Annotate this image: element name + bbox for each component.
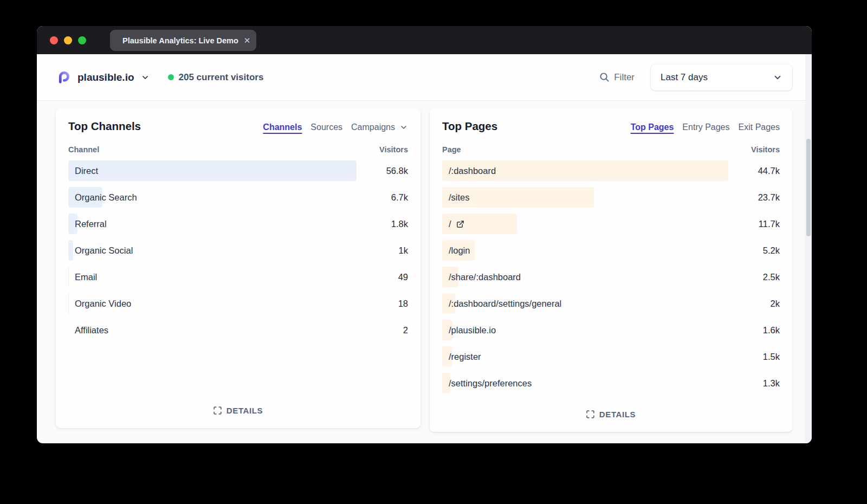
row-visitors: 1.5k: [763, 352, 780, 362]
column-header-channel: Channel: [68, 145, 99, 154]
table-row[interactable]: /register 1.5k: [442, 346, 780, 367]
row-label: /share/:dashboard: [449, 272, 521, 282]
chevron-down-icon: [141, 73, 150, 82]
details-button[interactable]: DETAILS: [586, 410, 636, 419]
row-visitors: 1.8k: [391, 219, 408, 229]
table-row[interactable]: /sites 23.7k: [442, 187, 780, 208]
table-row[interactable]: Affiliates 2: [68, 320, 408, 340]
details-label: DETAILS: [227, 406, 263, 415]
tab-sources[interactable]: Sources: [310, 122, 342, 132]
panel-title: Top Pages: [442, 120, 497, 133]
minimize-window-button[interactable]: [64, 36, 72, 44]
row-visitors: 49: [398, 272, 408, 282]
scrollbar-track[interactable]: [805, 54, 812, 443]
row-visitors: 11.7k: [759, 219, 780, 229]
row-bar: [68, 160, 357, 181]
tab-top-pages[interactable]: Top Pages: [631, 122, 674, 132]
channels-list: Direct 56.8k Organic Search 6.7k: [68, 160, 408, 346]
tab-channels[interactable]: Channels: [263, 122, 302, 132]
row-visitors: 1k: [399, 245, 408, 256]
table-row[interactable]: /login 5.2k: [442, 240, 780, 261]
column-header-page: Page: [442, 145, 461, 154]
live-dot-icon: [168, 74, 174, 80]
details-label: DETAILS: [599, 410, 636, 419]
table-row[interactable]: Referral 1.8k: [68, 214, 408, 234]
close-window-button[interactable]: [50, 36, 58, 44]
window-controls: [50, 36, 86, 44]
row-label: /login: [449, 245, 470, 256]
row-label: /:dashboard: [449, 166, 496, 176]
column-headers: Channel Visitors: [68, 145, 408, 154]
row-visitors: 18: [398, 299, 408, 309]
table-row[interactable]: /:dashboard 44.7k: [442, 160, 780, 181]
column-headers: Page Visitors: [442, 145, 780, 154]
table-row[interactable]: /:dashboard/settings/general 2k: [442, 293, 780, 314]
table-row[interactable]: /plausible.io 1.6k: [442, 320, 780, 340]
tab-exit-pages[interactable]: Exit Pages: [739, 122, 780, 132]
row-visitors: 2k: [771, 299, 780, 309]
row-label: /settings/preferences: [449, 378, 532, 389]
row-label: Organic Social: [75, 245, 133, 256]
table-row[interactable]: /settings/preferences 1.3k: [442, 373, 780, 393]
row-visitors: 56.8k: [386, 166, 408, 176]
pages-tabs: Top Pages Entry Pages Exit Pages: [631, 122, 780, 132]
row-label: Referral: [75, 219, 107, 229]
row-label: Organic Search: [75, 192, 137, 203]
site-switcher[interactable]: plausible.io: [56, 70, 150, 85]
expand-icon: [586, 410, 594, 418]
row-visitors: 1.3k: [763, 378, 780, 389]
browser-window: Plausible Analytics: Live Demo ✕ plausib…: [37, 26, 812, 443]
row-visitors: 2: [403, 325, 408, 335]
row-label: Organic Video: [75, 299, 131, 309]
current-visitors[interactable]: 205 current visitors: [168, 72, 264, 83]
row-label: Email: [75, 272, 97, 282]
row-label: /sites: [449, 192, 470, 203]
column-header-visitors: Visitors: [379, 145, 408, 154]
row-label: /register: [449, 352, 481, 362]
filter-label: Filter: [614, 72, 635, 83]
table-row[interactable]: /share/:dashboard 2.5k: [442, 267, 780, 287]
row-label: /plausible.io: [449, 325, 496, 335]
table-row[interactable]: Direct 56.8k: [68, 160, 408, 181]
date-range-value: Last 7 days: [661, 72, 708, 83]
table-row[interactable]: Email 49: [68, 267, 408, 287]
tab-campaigns[interactable]: Campaigns: [351, 122, 395, 132]
filter-button[interactable]: Filter: [599, 72, 635, 83]
scrollbar-thumb[interactable]: [806, 139, 811, 236]
row-visitors: 23.7k: [758, 192, 780, 203]
browser-chrome: Plausible Analytics: Live Demo ✕: [37, 26, 812, 54]
panel-title: Top Channels: [68, 120, 141, 133]
chevron-down-icon: [773, 73, 782, 82]
browser-tab[interactable]: Plausible Analytics: Live Demo ✕: [110, 30, 256, 51]
row-label: /: [449, 219, 451, 229]
table-row[interactable]: / 11.7k: [442, 214, 780, 234]
external-link-icon[interactable]: [456, 220, 464, 228]
details-button[interactable]: DETAILS: [213, 406, 263, 415]
row-visitors: 6.7k: [391, 192, 408, 203]
search-icon: [599, 72, 610, 82]
pages-list: /:dashboard 44.7k /sites: [442, 160, 780, 399]
expand-icon: [213, 406, 222, 415]
dashboard-header: plausible.io 205 current visitors Filter…: [37, 54, 812, 101]
tab-title: Plausible Analytics: Live Demo: [122, 36, 238, 45]
close-tab-icon[interactable]: ✕: [244, 36, 251, 44]
site-name: plausible.io: [77, 72, 134, 83]
table-row[interactable]: Organic Social 1k: [68, 240, 408, 261]
tab-entry-pages[interactable]: Entry Pages: [682, 122, 729, 132]
plausible-logo-icon: [56, 70, 71, 85]
top-channels-panel: Top Channels Channels Sources Campaigns …: [56, 108, 420, 428]
table-row[interactable]: Organic Search 6.7k: [68, 187, 408, 208]
date-range-picker[interactable]: Last 7 days: [651, 64, 792, 91]
row-label: /:dashboard/settings/general: [449, 299, 561, 309]
row-visitors: 5.2k: [763, 245, 780, 256]
zoom-window-button[interactable]: [78, 36, 86, 44]
dashboard-content: Top Channels Channels Sources Campaigns …: [37, 101, 812, 443]
row-label: Direct: [75, 166, 98, 176]
current-visitors-label: 205 current visitors: [179, 72, 264, 83]
top-pages-panel: Top Pages Top Pages Entry Pages Exit Pag…: [430, 108, 792, 432]
chevron-down-icon[interactable]: [399, 123, 408, 132]
channels-tabs: Channels Sources Campaigns: [263, 122, 408, 132]
table-row[interactable]: Organic Video 18: [68, 293, 408, 314]
row-visitors: 2.5k: [763, 272, 780, 282]
column-header-visitors: Visitors: [751, 145, 780, 154]
